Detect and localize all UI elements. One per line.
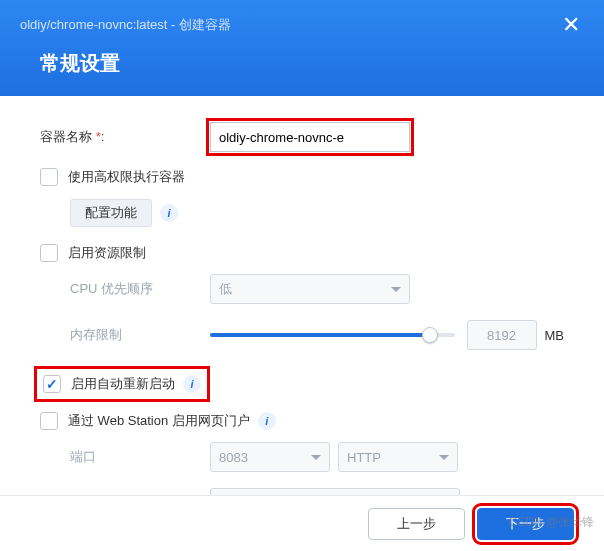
auto-restart-checkbox-row[interactable]: 启用自动重新启动 i	[43, 375, 201, 393]
container-name-input[interactable]	[210, 122, 410, 152]
chevron-down-icon	[439, 455, 449, 460]
container-name-label: 容器名称 *:	[40, 128, 210, 146]
port-label: 端口	[70, 448, 210, 466]
next-button[interactable]: 下一步	[477, 508, 574, 540]
dialog-header: oldiy/chrome-novnc:latest - 创建容器 ✕ 常规设置	[0, 0, 604, 96]
header-breadcrumb: oldiy/chrome-novnc:latest - 创建容器	[20, 16, 231, 34]
resource-limit-checkbox[interactable]	[40, 244, 58, 262]
web-station-checkbox[interactable]	[40, 412, 58, 430]
memory-value: 8192	[467, 320, 537, 350]
info-icon[interactable]: i	[160, 204, 178, 222]
web-station-label: 通过 Web Station 启用网页门户	[68, 412, 250, 430]
dialog-footer: 上一步 下一步	[0, 495, 604, 551]
memory-limit-label: 内存限制	[70, 326, 210, 344]
memory-unit: MB	[545, 328, 565, 343]
cpu-priority-label: CPU 优先顺序	[70, 280, 210, 298]
info-icon[interactable]: i	[183, 375, 201, 393]
web-station-checkbox-row[interactable]: 通过 Web Station 启用网页门户 i	[40, 412, 564, 430]
auto-restart-label: 启用自动重新启动	[71, 375, 175, 393]
auto-restart-checkbox[interactable]	[43, 375, 61, 393]
protocol-select: HTTP	[338, 442, 458, 472]
chevron-down-icon	[391, 287, 401, 292]
close-icon[interactable]: ✕	[558, 14, 584, 36]
dialog-title: 常规设置	[0, 36, 604, 77]
privileged-checkbox[interactable]	[40, 168, 58, 186]
resource-limit-checkbox-row[interactable]: 启用资源限制	[40, 244, 564, 262]
port-select: 8083	[210, 442, 330, 472]
privileged-checkbox-row[interactable]: 使用高权限执行容器	[40, 168, 564, 186]
dialog-body: 容器名称 *: 使用高权限执行容器 配置功能 i 启用资源限制 CPU 优先顺序…	[0, 96, 604, 551]
configure-capabilities-button[interactable]: 配置功能	[70, 199, 152, 227]
info-icon[interactable]: i	[258, 412, 276, 430]
resource-limit-label: 启用资源限制	[68, 244, 146, 262]
prev-button[interactable]: 上一步	[368, 508, 465, 540]
memory-slider	[210, 333, 455, 337]
cpu-priority-select: 低	[210, 274, 410, 304]
privileged-label: 使用高权限执行容器	[68, 168, 185, 186]
chevron-down-icon	[311, 455, 321, 460]
slider-thumb	[422, 327, 438, 343]
